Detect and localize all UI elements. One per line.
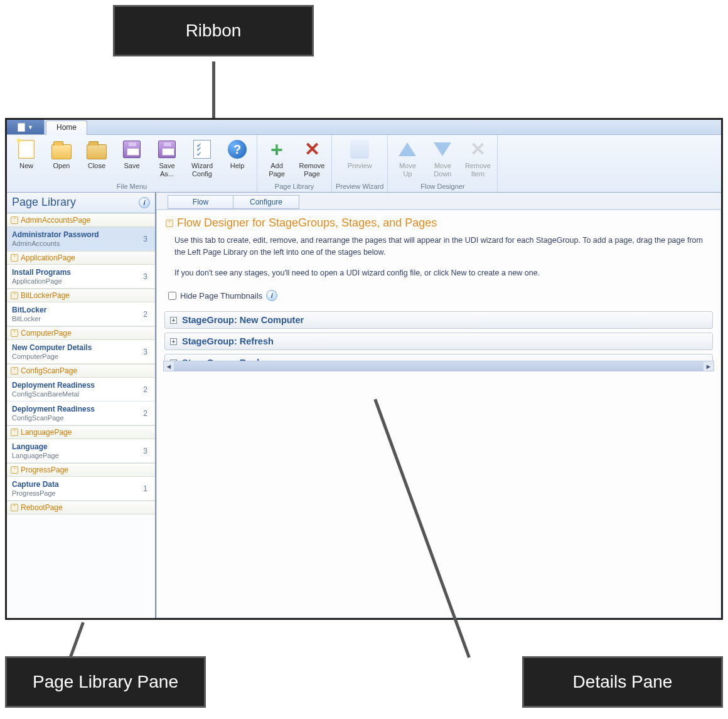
section-title: ˄ Flow Designer for StageGroups, Stages,…: [157, 210, 720, 232]
page-library-item-count: 3: [143, 272, 150, 281]
collapse-icon: ˄: [11, 367, 18, 375]
page-library-item-count: 3: [143, 447, 150, 455]
page-library-group-header[interactable]: ˄ProgressPage: [7, 463, 155, 477]
ribbon-group-label: File Menu: [117, 182, 147, 191]
stagegroup-row[interactable]: +StageGroup: New Computer: [164, 311, 713, 329]
group-header-label: BitLockerPage: [21, 291, 70, 300]
hide-thumbnails-checkbox[interactable]: [168, 292, 176, 300]
move-down-button[interactable]: Move Down: [427, 137, 458, 178]
button-label: Open: [53, 162, 70, 170]
save-as-button[interactable]: Save As...: [151, 137, 183, 178]
expand-icon[interactable]: +: [170, 317, 177, 324]
collapse-icon[interactable]: ˄: [166, 220, 173, 227]
remove-item-button[interactable]: ✕ Remove Item: [462, 137, 493, 178]
horizontal-scrollbar[interactable]: ◄ ►: [163, 361, 714, 371]
page-library-item-count: 3: [143, 348, 150, 356]
collapse-icon: ˄: [11, 254, 18, 262]
callout-details-pane: Details Pane: [522, 656, 723, 708]
open-button[interactable]: Open: [46, 137, 77, 170]
wizard-config-button[interactable]: Wizard Config: [186, 137, 218, 178]
page-library-scroll[interactable]: ˄AdminAccountsPageAdministrator Password…: [7, 213, 155, 618]
expand-icon[interactable]: +: [170, 338, 177, 345]
button-label: Save: [124, 162, 139, 170]
group-header-label: ProgressPage: [21, 466, 68, 474]
page-library-item[interactable]: Deployment ReadinessConfigScanPage2: [7, 402, 155, 425]
page-library-group-header[interactable]: ˄RebootPage: [7, 501, 155, 514]
ribbon-group-page-library: + Add Page ✕ Remove Page Page Library: [257, 135, 332, 192]
dropdown-icon: ▼: [28, 124, 33, 130]
page-library-group-header[interactable]: ˄ComputerPage: [7, 326, 155, 340]
page-library-group-header[interactable]: ˄ConfigScanPage: [7, 364, 155, 378]
scroll-left-icon[interactable]: ◄: [164, 363, 174, 370]
arrow-up-icon: [399, 142, 416, 156]
page-library-item[interactable]: Capture DataProgressPage1: [7, 477, 155, 501]
save-icon: [123, 141, 141, 158]
new-button[interactable]: New: [11, 137, 42, 170]
page-library-pane: Page Library i ˄AdminAccountsPageAdminis…: [7, 193, 156, 618]
tab-home[interactable]: Home: [46, 120, 87, 135]
hide-thumbnails-label: Hide Page Thumbnails: [180, 291, 262, 301]
page-library-group-header[interactable]: ˄LanguagePage: [7, 425, 155, 439]
page-library-item-title: Install Programs: [12, 268, 71, 277]
button-label: Help: [230, 162, 245, 170]
move-up-button[interactable]: Move Up: [392, 137, 423, 178]
save-button[interactable]: Save: [116, 137, 147, 170]
page-library-item[interactable]: LanguageLanguagePage3: [7, 439, 155, 463]
remove-page-button[interactable]: ✕ Remove Page: [296, 137, 328, 178]
page-library-item[interactable]: BitLockerBitLocker2: [7, 302, 155, 326]
collapse-icon: ˄: [11, 292, 18, 299]
x-icon: ✕: [301, 139, 323, 160]
help-icon: ?: [228, 140, 247, 159]
page-library-group-header[interactable]: ˄AdminAccountsPage: [7, 213, 155, 227]
page-library-group-header[interactable]: ˄ApplicationPage: [7, 251, 155, 265]
scroll-right-icon[interactable]: ►: [704, 363, 714, 370]
callout-lead-line: [69, 622, 85, 658]
scrollbar-track[interactable]: [174, 361, 704, 371]
callout-lead-line: [212, 61, 215, 118]
stagegroup-row[interactable]: +StageGroup: Refresh: [164, 333, 713, 350]
details-pane: Flow Configure ˄ Flow Designer for Stage…: [156, 193, 721, 618]
page-library-item[interactable]: Deployment ReadinessConfigScanBareMetal2: [7, 378, 155, 402]
tab-flow[interactable]: Flow: [168, 195, 233, 209]
collapse-icon: ˄: [11, 466, 18, 474]
page-library-group-header[interactable]: ˄BitLockerPage: [7, 289, 155, 302]
quick-access-toolbar[interactable]: ▼: [7, 120, 45, 134]
info-icon[interactable]: i: [266, 290, 277, 301]
ribbon-group-preview-wizard: Preview Preview Wizard: [332, 135, 388, 192]
button-label: Move Down: [434, 162, 451, 178]
page-library-item-count: 1: [143, 484, 150, 493]
button-label: Wizard Config: [191, 162, 213, 178]
page-library-item-title: Administrator Password: [12, 230, 99, 239]
folder-close-icon: [87, 144, 107, 159]
callout-page-library: Page Library Pane: [5, 656, 206, 708]
button-label: Close: [88, 162, 105, 170]
ribbon: New Open Close Save Save As...: [7, 135, 721, 193]
ribbon-group-label: Preview Wizard: [336, 182, 383, 191]
page-library-item[interactable]: New Computer DetailsComputerPage3: [7, 340, 155, 364]
add-page-button[interactable]: + Add Page: [261, 137, 292, 178]
preview-icon: [350, 140, 369, 159]
page-library-item-count: 3: [143, 235, 150, 243]
page-library-item-title: Deployment Readiness: [12, 405, 95, 413]
section-description: Use this tab to create, edit, remove, an…: [157, 232, 720, 261]
page-library-item-subtitle: ComputerPage: [12, 353, 92, 360]
page-library-item[interactable]: Administrator PasswordAdminAccounts3: [7, 227, 155, 251]
page-library-item[interactable]: Install ProgramsApplicationPage3: [7, 265, 155, 289]
page-library-item-subtitle: ConfigScanBareMetal: [12, 390, 95, 398]
help-button[interactable]: ? Help: [222, 137, 253, 170]
preview-button[interactable]: Preview: [344, 137, 375, 170]
new-icon: [18, 140, 35, 159]
tab-configure[interactable]: Configure: [233, 195, 299, 209]
page-library-item-subtitle: AdminAccounts: [12, 240, 99, 247]
ribbon-group-file-menu: New Open Close Save Save As...: [7, 135, 257, 192]
group-header-label: ConfigScanPage: [21, 366, 77, 375]
close-button[interactable]: Close: [81, 137, 112, 170]
wizard-config-icon: [193, 140, 211, 159]
button-label: New: [19, 162, 33, 170]
page-library-item-title: Deployment Readiness: [12, 381, 95, 390]
details-body: ˄ Flow Designer for StageGroups, Stages,…: [156, 210, 721, 618]
page-library-header: Page Library i: [7, 193, 155, 213]
button-label: Save As...: [159, 162, 174, 178]
info-icon[interactable]: i: [139, 197, 150, 208]
ribbon-group-flow-designer: Move Up Move Down ✕ Remove Item Flow Des…: [388, 135, 498, 192]
